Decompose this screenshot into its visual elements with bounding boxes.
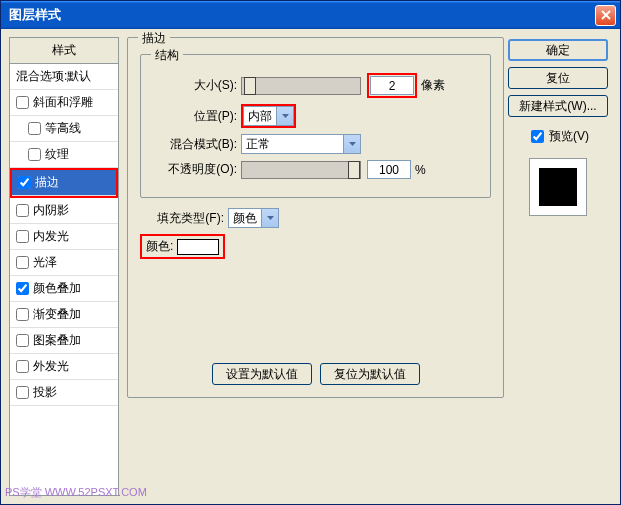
- style-item[interactable]: 投影: [10, 380, 118, 406]
- style-item[interactable]: 渐变叠加: [10, 302, 118, 328]
- color-row: 颜色:: [140, 234, 491, 259]
- size-unit: 像素: [421, 77, 445, 94]
- style-label: 描边: [35, 174, 59, 191]
- watermark: PS学堂 WWW.52PSXT.COM: [5, 485, 147, 500]
- color-highlight: 颜色:: [140, 234, 225, 259]
- size-highlight: [367, 73, 417, 98]
- style-label: 图案叠加: [33, 332, 81, 349]
- titlebar: 图层样式: [1, 1, 620, 29]
- style-checkbox[interactable]: [16, 256, 29, 269]
- style-label: 纹理: [45, 146, 69, 163]
- opacity-unit: %: [415, 163, 426, 177]
- style-label: 颜色叠加: [33, 280, 81, 297]
- dialog-body: 样式 混合选项:默认 斜面和浮雕等高线纹理描边内阴影内发光光泽颜色叠加渐变叠加图…: [1, 29, 620, 504]
- style-label: 投影: [33, 384, 57, 401]
- size-label: 大小(S):: [153, 77, 241, 94]
- preview-box: [529, 158, 587, 216]
- style-label: 内阴影: [33, 202, 69, 219]
- reset-button[interactable]: 复位: [508, 67, 608, 89]
- style-item[interactable]: 纹理: [10, 142, 118, 168]
- chevron-down-icon: [276, 107, 293, 125]
- styles-list: 样式 混合选项:默认 斜面和浮雕等高线纹理描边内阴影内发光光泽颜色叠加渐变叠加图…: [9, 37, 119, 496]
- close-icon: [601, 10, 611, 20]
- filltype-label: 填充类型(F):: [140, 210, 228, 227]
- blendmode-combo[interactable]: 正常: [241, 134, 361, 154]
- reset-default-button[interactable]: 复位为默认值: [320, 363, 420, 385]
- position-row: 位置(P): 内部: [153, 104, 478, 128]
- opacity-label: 不透明度(O):: [153, 161, 241, 178]
- preview-checkbox-row[interactable]: 预览(V): [527, 127, 589, 146]
- style-item[interactable]: 颜色叠加: [10, 276, 118, 302]
- style-checkbox[interactable]: [18, 176, 31, 189]
- size-input[interactable]: [370, 76, 414, 95]
- new-style-button[interactable]: 新建样式(W)...: [508, 95, 608, 117]
- style-label: 光泽: [33, 254, 57, 271]
- set-default-button[interactable]: 设置为默认值: [212, 363, 312, 385]
- chevron-down-icon: [343, 135, 360, 153]
- style-checkbox[interactable]: [16, 282, 29, 295]
- style-checkbox[interactable]: [16, 204, 29, 217]
- position-value: 内部: [244, 108, 276, 125]
- style-checkbox[interactable]: [28, 148, 41, 161]
- position-highlight: 内部: [241, 104, 296, 128]
- blend-options-row[interactable]: 混合选项:默认: [10, 64, 118, 90]
- ok-button[interactable]: 确定: [508, 39, 608, 61]
- style-checkbox[interactable]: [16, 360, 29, 373]
- blendmode-value: 正常: [242, 136, 343, 153]
- style-item[interactable]: 描边: [12, 170, 116, 196]
- style-label: 外发光: [33, 358, 69, 375]
- default-buttons: 设置为默认值 复位为默认值: [140, 363, 491, 385]
- opacity-input[interactable]: [367, 160, 411, 179]
- preview-label: 预览(V): [549, 128, 589, 145]
- style-label: 斜面和浮雕: [33, 94, 93, 111]
- right-panel: 确定 复位 新建样式(W)... 预览(V): [504, 37, 612, 496]
- size-slider[interactable]: [241, 77, 361, 95]
- style-item[interactable]: 光泽: [10, 250, 118, 276]
- close-button[interactable]: [595, 5, 616, 26]
- size-row: 大小(S): 像素: [153, 73, 478, 98]
- filltype-combo[interactable]: 颜色: [228, 208, 279, 228]
- layer-style-dialog: 图层样式 样式 混合选项:默认 斜面和浮雕等高线纹理描边内阴影内发光光泽颜色叠加…: [0, 0, 621, 505]
- blendmode-label: 混合模式(B):: [153, 136, 241, 153]
- style-checkbox[interactable]: [16, 334, 29, 347]
- stroke-title: 描边: [138, 30, 170, 47]
- settings-panel: 描边 结构 大小(S): 像素 位置(P):: [127, 37, 504, 496]
- opacity-row: 不透明度(O): %: [153, 160, 478, 179]
- spacer: [140, 265, 491, 355]
- structure-fieldset: 结构 大小(S): 像素 位置(P): 内部: [140, 54, 491, 198]
- blend-options-label: 混合选项:默认: [16, 68, 91, 85]
- structure-title: 结构: [151, 47, 183, 64]
- slider-thumb[interactable]: [348, 161, 360, 179]
- preview-checkbox[interactable]: [531, 130, 544, 143]
- style-checkbox[interactable]: [16, 308, 29, 321]
- style-checkbox[interactable]: [16, 230, 29, 243]
- window-title: 图层样式: [9, 6, 595, 24]
- style-label: 等高线: [45, 120, 81, 137]
- style-label: 内发光: [33, 228, 69, 245]
- style-item[interactable]: 斜面和浮雕: [10, 90, 118, 116]
- filltype-row: 填充类型(F): 颜色: [140, 208, 491, 228]
- color-swatch[interactable]: [177, 239, 219, 255]
- style-checkbox[interactable]: [16, 386, 29, 399]
- position-label: 位置(P):: [153, 108, 241, 125]
- style-item[interactable]: 外发光: [10, 354, 118, 380]
- blendmode-row: 混合模式(B): 正常: [153, 134, 478, 154]
- color-label: 颜色:: [146, 238, 173, 255]
- preview-swatch: [539, 168, 577, 206]
- slider-thumb[interactable]: [244, 77, 256, 95]
- style-label: 渐变叠加: [33, 306, 81, 323]
- style-item[interactable]: 等高线: [10, 116, 118, 142]
- style-checkbox[interactable]: [28, 122, 41, 135]
- opacity-slider[interactable]: [241, 161, 361, 179]
- style-item[interactable]: 内发光: [10, 224, 118, 250]
- style-item[interactable]: 内阴影: [10, 198, 118, 224]
- style-item[interactable]: 图案叠加: [10, 328, 118, 354]
- position-combo[interactable]: 内部: [243, 106, 294, 126]
- style-checkbox[interactable]: [16, 96, 29, 109]
- stroke-fieldset: 描边 结构 大小(S): 像素 位置(P):: [127, 37, 504, 398]
- stroke-highlight: 描边: [10, 168, 118, 198]
- chevron-down-icon: [261, 209, 278, 227]
- filltype-value: 颜色: [229, 210, 261, 227]
- styles-header: 样式: [10, 38, 118, 64]
